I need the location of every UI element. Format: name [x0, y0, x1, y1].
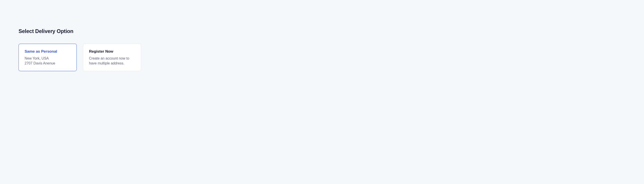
card-line2-register: have multiple address. [89, 61, 124, 65]
card-text-personal: New York, USA 2707 Davis Anenue [24, 56, 71, 66]
delivery-option-card-register[interactable]: Register Now Create an account now to ha… [83, 44, 141, 71]
delivery-option-card-personal[interactable]: Same as Personal New York, USA 2707 Davi… [18, 44, 77, 71]
card-line2-personal: 2707 Davis Anenue [24, 61, 55, 65]
card-line1-register: Create an account now to [89, 56, 129, 60]
card-title-register: Register Now [89, 49, 136, 54]
card-title-personal: Same as Personal [24, 49, 71, 54]
section-title: Select Delivery Option [18, 28, 644, 34]
delivery-option-cards: Same as Personal New York, USA 2707 Davi… [18, 44, 644, 71]
delivery-option-section: Select Delivery Option Same as Personal … [0, 0, 644, 71]
card-text-register: Create an account now to have multiple a… [89, 56, 136, 66]
card-line1-personal: New York, USA [24, 56, 49, 60]
